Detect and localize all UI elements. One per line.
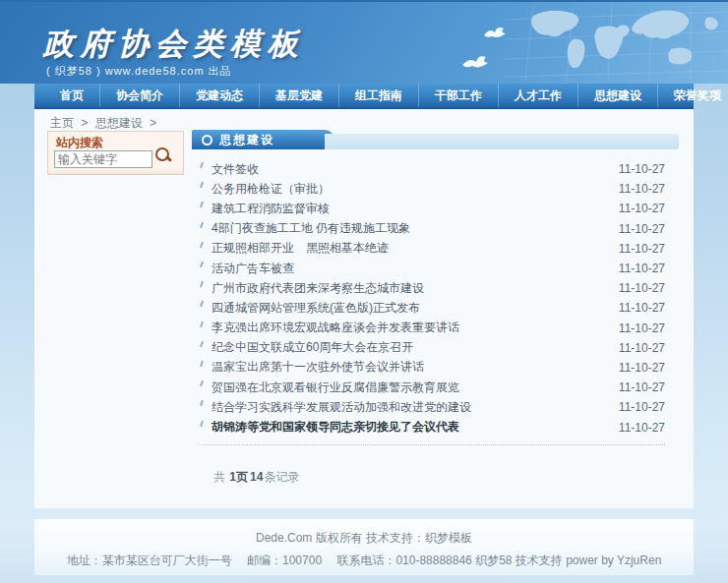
page-footer: Dede.Com 版权所有 技术支持：织梦模板 地址：某市某区台可厂大街一号 邮… (34, 519, 694, 575)
tick-icon (200, 380, 204, 386)
tick-icon (200, 281, 204, 287)
tick-icon (200, 202, 204, 207)
news-title[interactable]: 建筑工程消防监督审核 (212, 201, 330, 217)
breadcrumb-home[interactable]: 主页 (50, 116, 74, 130)
list-item: 四通城管网站管理系统(蓝色版)正式发布11-10-27 (192, 298, 679, 318)
news-title[interactable]: 4部门夜查施工工地 仍有违规施工现象 (212, 220, 410, 237)
list-item: 正规照相部开业 黑照相基本绝迹11-10-27 (192, 239, 679, 259)
breadcrumb-separator: > (150, 116, 156, 130)
list-item: 公务用枪枪证（审批）11-10-27 (192, 179, 679, 199)
news-title[interactable]: 胡锦涛等党和国家领导同志亲切接见了会议代表 (212, 419, 459, 436)
news-date: 11-10-27 (619, 202, 679, 215)
search-label: 站内搜索 (56, 135, 103, 151)
list-item: 4部门夜查施工工地 仍有违规施工现象11-10-27 (192, 219, 679, 239)
tick-icon (200, 262, 204, 267)
news-list: 文件签收11-10-27 公务用枪枪证（审批）11-10-27 建筑工程消防监督… (192, 159, 679, 437)
news-title[interactable]: 纪念中国文联成立60周年大会在京召开 (212, 339, 413, 356)
news-title[interactable]: 正规照相部开业 黑照相基本绝迹 (212, 240, 389, 257)
news-title[interactable]: 四通城管网站管理系统(蓝色版)正式发布 (212, 300, 420, 317)
list-item: 广州市政府代表团来深考察生态城市建设11-10-27 (192, 278, 679, 298)
nav-item-guide[interactable]: 组工指南 (338, 84, 418, 107)
news-date: 11-10-27 (619, 421, 679, 435)
breadcrumb-separator: > (81, 116, 88, 130)
pagination: 共 1页14条记录 (192, 469, 679, 486)
news-title[interactable]: 李克强出席环境宏观战略座谈会并发表重要讲话 (212, 320, 459, 336)
news-title[interactable]: 广州市政府代表团来深考察生态城市建设 (212, 280, 424, 297)
nav-item-ideology[interactable]: 思想建设 (577, 84, 657, 107)
news-date: 11-10-27 (619, 222, 679, 236)
list-item: 李克强出席环境宏观战略座谈会并发表重要讲话11-10-27 (192, 319, 679, 338)
list-item: 纪念中国文联成立60周年大会在京召开11-10-27 (192, 338, 679, 358)
main-nav: 首页 协会简介 党建动态 基层党建 组工指南 干部工作 人才工作 思想建设 荣誉… (34, 84, 694, 109)
nav-item-about[interactable]: 协会简介 (99, 84, 179, 107)
search-input[interactable] (54, 150, 152, 168)
page: 政府协会类模板 ( 织梦58 ) www.dede58.com 出品 首页 协会… (0, 0, 728, 583)
tick-icon (200, 182, 204, 188)
news-title[interactable]: 文件签收 (212, 161, 259, 178)
main-content: 思想建设 文件签收11-10-27 公务用枪枪证（审批）11-10-27 建筑工… (192, 130, 679, 486)
tick-icon (200, 420, 204, 426)
dotted-divider (202, 444, 665, 445)
section-title: 思想建设 (219, 132, 274, 148)
news-title[interactable]: 温家宝出席第十一次驻外使节会议并讲话 (212, 359, 424, 376)
news-date: 11-10-27 (619, 361, 679, 375)
magnifier-handle (165, 155, 172, 162)
news-title[interactable]: 公务用枪枪证（审批） (212, 181, 330, 198)
news-date: 11-10-27 (619, 182, 679, 196)
news-date: 11-10-27 (619, 281, 679, 295)
circle-bullet-icon (202, 135, 212, 146)
tick-icon (200, 221, 204, 227)
tick-icon (200, 341, 204, 347)
site-banner: 政府协会类模板 ( 织梦58 ) www.dede58.com 出品 (0, 0, 728, 84)
search-button[interactable] (153, 146, 173, 166)
tick-icon (200, 162, 204, 168)
nav-item-grassroots[interactable]: 基层党建 (259, 84, 338, 107)
list-item: 建筑工程消防监督审核11-10-27 (192, 199, 679, 218)
world-map (504, 6, 728, 81)
list-item: 结合学习实践科学发展观活动加强和改进党的建设11-10-27 (192, 397, 679, 417)
section-header: 思想建设 (192, 130, 679, 149)
list-item: 胡锦涛等党和国家领导同志亲切接见了会议代表11-10-27 (192, 417, 679, 437)
tick-icon (200, 400, 204, 406)
section-tab: 思想建设 (192, 130, 334, 149)
site-search-box: 站内搜索 (47, 131, 184, 175)
news-title[interactable]: 结合学习实践科学发展观活动加强和改进党的建设 (212, 399, 471, 416)
breadcrumb-current[interactable]: 思想建设 (95, 116, 143, 130)
news-date: 11-10-27 (619, 380, 679, 394)
news-date: 11-10-27 (619, 321, 679, 335)
dove-icon (460, 53, 490, 71)
list-item: 活动广告车被查11-10-27 (192, 259, 679, 278)
pagination-suffix: 条记录 (264, 470, 299, 484)
nav-item-party-news[interactable]: 党建动态 (179, 84, 259, 107)
breadcrumb: 主页 > 思想建设 > (34, 109, 694, 131)
news-date: 11-10-27 (619, 400, 679, 414)
news-title[interactable]: 活动广告车被查 (212, 261, 294, 277)
contact-line: 地址：某市某区台可厂大街一号 邮编：100700 联系电话：010-888888… (34, 553, 694, 569)
news-date: 11-10-27 (619, 341, 679, 355)
list-item: 温家宝出席第十一次驻外使节会议并讲话11-10-27 (192, 358, 679, 378)
pagination-pages: 1页 (229, 470, 248, 484)
nav-item-talent[interactable]: 人才工作 (498, 84, 577, 107)
list-item: 文件签收11-10-27 (192, 159, 679, 179)
news-date: 11-10-27 (619, 262, 679, 275)
list-item: 贺国强在北京观看银行业反腐倡廉警示教育展览11-10-27 (192, 378, 679, 397)
tick-icon (200, 321, 204, 326)
tick-icon (200, 361, 204, 367)
tick-icon (200, 301, 204, 307)
content-wrapper: 主页 > 思想建设 > 站内搜索 思想建设 文件签收1 (34, 109, 694, 508)
section-header-bar (325, 134, 679, 149)
pagination-prefix: 共 (213, 470, 228, 484)
news-date: 11-10-27 (619, 301, 679, 315)
news-date: 11-10-27 (619, 242, 679, 256)
nav-item-honor[interactable]: 荣誉奖项 (657, 84, 728, 107)
site-title: 政府协会类模板 (43, 24, 305, 65)
pagination-count: 14 (250, 470, 263, 484)
nav-item-home[interactable]: 首页 (44, 84, 99, 107)
site-subtitle: ( 织梦58 ) www.dede58.com 出品 (46, 64, 232, 79)
nav-item-cadre[interactable]: 干部工作 (418, 84, 498, 107)
copyright-line: Dede.Com 版权所有 技术支持：织梦模板 (34, 519, 694, 547)
tick-icon (200, 242, 204, 248)
news-title[interactable]: 贺国强在北京观看银行业反腐倡廉警示教育展览 (212, 379, 459, 396)
news-date: 11-10-27 (619, 162, 679, 176)
dove-icon (482, 26, 508, 41)
